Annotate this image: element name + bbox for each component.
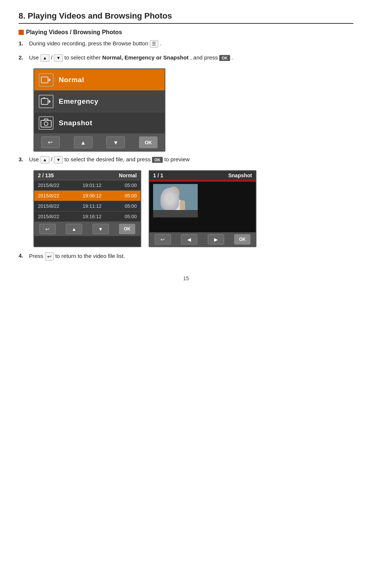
step-3: 3. Use ▲ / ▼ to select the desired file,…: [19, 156, 353, 164]
up-arrow-menu-icon: ▲: [80, 139, 86, 146]
step-4-text-after: to return to the video file list.: [55, 253, 125, 259]
file-list-up-button[interactable]: ▲: [66, 224, 82, 234]
step-1-content: During video recording, press the Browse…: [29, 40, 353, 48]
snapshot-prev-button[interactable]: ◀: [181, 234, 197, 245]
step-2-text-after: , and press: [190, 54, 218, 61]
step-2-text-end: .: [232, 54, 233, 61]
snapshot-image-area: [149, 180, 256, 232]
step-4-content: Press ↩ to return to the video file list…: [29, 252, 353, 261]
snapshot-back-button[interactable]: ↩: [155, 234, 171, 245]
menu-item-snapshot: Snapshot: [34, 112, 165, 134]
browse-button-icon: ☰: [150, 40, 158, 48]
step-2-content: Use ▲ / ▼ to select either Normal, Emerg…: [29, 54, 353, 62]
menu-item-normal: Normal: [34, 69, 165, 91]
file-row-4-date: 2015/8/22: [38, 214, 59, 219]
file-row-3-date: 2015/8/22: [38, 203, 59, 209]
back-icon-snapshot: ↩: [161, 237, 165, 242]
step-2-slash: /: [51, 54, 54, 61]
back-button-icon: ↩: [45, 252, 54, 261]
file-list-type: Normal: [119, 172, 137, 178]
file-list-down-button[interactable]: ▼: [93, 224, 109, 234]
svg-rect-13: [153, 210, 198, 217]
file-row-4-duration: 05:00: [124, 214, 137, 219]
down-arrow-menu-icon: ▼: [113, 139, 119, 146]
menu-ok-button[interactable]: OK: [139, 136, 158, 148]
snapshot-red-line: [149, 180, 256, 182]
svg-rect-2: [41, 98, 48, 104]
svg-point-7: [44, 122, 48, 126]
step-3-number: 3.: [19, 156, 27, 162]
file-row-3-time: 19:11:12: [83, 203, 101, 209]
step-1-text-before: During video recording, press the Browse…: [29, 40, 148, 46]
svg-rect-12: [180, 200, 185, 211]
normal-video-icon: [39, 73, 54, 87]
snapshot-thumbnail: [153, 184, 198, 217]
ok-label-snapshot: OK: [239, 237, 246, 242]
section-heading: Playing Videos / Browsing Photos: [19, 29, 353, 36]
step-1-text-after: .: [160, 40, 161, 46]
next-icon-snapshot: ▶: [214, 237, 218, 242]
step-2-text-before: Use: [29, 54, 39, 61]
step-1: 1. During video recording, press the Bro…: [19, 40, 353, 48]
step-3-slash: /: [51, 156, 54, 162]
menu-label-emergency: Emergency: [59, 97, 98, 106]
file-list-back-button[interactable]: ↩: [39, 224, 56, 234]
back-arrow-icon: ↩: [48, 139, 53, 146]
snapshot-next-button[interactable]: ▶: [208, 234, 224, 245]
snapshot-header: 1 / 1 Snapshot: [149, 171, 256, 180]
step-4-number: 4.: [19, 252, 27, 259]
step-3-text-mid2: to select the desired file, and press: [64, 156, 151, 162]
screens-row: 2 / 135 Normal 2015/8/22 19:01:12 05:00 …: [33, 170, 353, 247]
up-arrow-icon: ▲: [41, 54, 49, 62]
snapshot-type: Snapshot: [228, 172, 252, 178]
step-3-text-after: to preview: [164, 156, 190, 162]
step-1-number: 1.: [19, 40, 27, 46]
step-2-number: 2.: [19, 54, 27, 61]
prev-icon-snapshot: ◀: [187, 237, 191, 242]
svg-marker-1: [49, 78, 51, 82]
menu-down-button[interactable]: ▼: [106, 136, 125, 148]
step-4: 4. Press ↩ to return to the video file l…: [19, 252, 353, 261]
ok-label-menu: OK: [145, 140, 152, 145]
menu-label-normal: Normal: [59, 76, 84, 84]
file-row-2-duration: 05:00: [124, 193, 137, 198]
file-list-count: 2 / 135: [38, 172, 54, 178]
menu-item-emergency: Emergency: [34, 91, 165, 112]
step-2-bold-text: Normal, Emergency or Snapshot: [102, 54, 189, 61]
snapshot-camera-icon: [39, 116, 54, 130]
emergency-video-icon: [39, 95, 54, 108]
file-row-3-duration: 05:00: [124, 203, 137, 209]
file-list-ok-button[interactable]: OK: [119, 224, 135, 234]
file-list-row-1: 2015/8/22 19:01:12 05:00: [34, 180, 140, 191]
file-row-4-time: 19:16:12: [83, 214, 101, 219]
up-icon-filelist: ▲: [72, 226, 77, 232]
svg-marker-3: [49, 100, 51, 103]
file-list-row-3: 2015/8/22 19:11:12 05:00: [34, 201, 140, 211]
ok-button-inline-step3: OK: [152, 157, 163, 163]
menu-footer: ↩ ▲ ▼ OK: [34, 134, 165, 151]
step-3-text-before: Use: [29, 156, 39, 162]
snapshot-ok-button[interactable]: OK: [234, 234, 250, 245]
file-list-header: 2 / 135 Normal: [34, 171, 140, 180]
file-row-1-duration: 05:00: [124, 182, 137, 188]
page-number: 15: [19, 275, 353, 281]
step-3-content: Use ▲ / ▼ to select the desired file, an…: [29, 156, 353, 164]
menu-up-button[interactable]: ▲: [74, 136, 93, 148]
file-list-screen: 2 / 135 Normal 2015/8/22 19:01:12 05:00 …: [33, 170, 141, 247]
file-list-row-4: 2015/8/22 19:16:12 05:00: [34, 211, 140, 222]
down-arrow-icon: ▼: [54, 54, 63, 62]
menu-back-button[interactable]: ↩: [41, 136, 60, 148]
menu-mockup: Normal Emergency Snapshot ↩: [33, 68, 165, 152]
step-2: 2. Use ▲ / ▼ to select either Normal, Em…: [19, 54, 353, 62]
up-arrow-icon-2: ▲: [41, 156, 49, 164]
file-row-1-time: 19:01:12: [83, 182, 101, 188]
file-row-2-date: 2015/8/22: [38, 193, 59, 198]
svg-rect-0: [41, 77, 48, 83]
file-row-2-time: 19:06:12: [83, 193, 101, 198]
step-2-text-mid2: to select either: [64, 54, 102, 61]
down-arrow-icon-2: ▼: [54, 156, 63, 164]
snapshot-footer: ↩ ◀ ▶ OK: [149, 232, 256, 246]
file-list-row-2-highlighted: 2015/8/22 19:06:12 05:00: [34, 191, 140, 201]
svg-rect-6: [41, 120, 51, 127]
file-row-1-date: 2015/8/22: [38, 182, 59, 188]
